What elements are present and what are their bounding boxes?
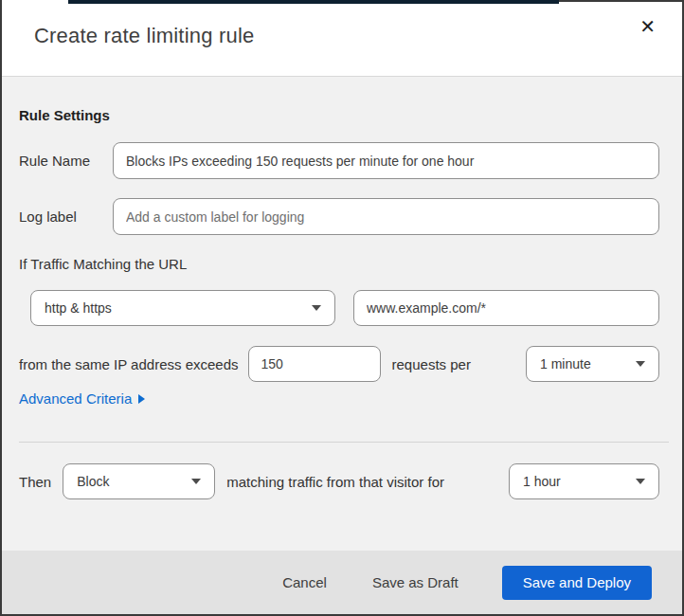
section-divider bbox=[19, 442, 669, 443]
rule-name-label: Rule Name bbox=[19, 153, 113, 169]
create-rate-limiting-rule-modal: Create rate limiting rule ✕ Rule Setting… bbox=[0, 0, 684, 616]
log-label-row: Log label bbox=[19, 198, 659, 235]
action-select-value: Block bbox=[77, 474, 109, 489]
save-as-draft-button[interactable]: Save as Draft bbox=[370, 571, 460, 594]
url-match-row: http & https bbox=[19, 290, 659, 326]
modal-body: Rule Settings Rule Name Log label If Tra… bbox=[2, 77, 682, 551]
match-intro-text: If Traffic Matching the URL bbox=[19, 256, 659, 272]
modal-footer: Cancel Save as Draft Save and Deploy bbox=[2, 551, 682, 614]
url-input[interactable] bbox=[353, 290, 659, 326]
top-border-strip bbox=[68, 0, 559, 4]
action-select[interactable]: Block bbox=[63, 463, 215, 499]
chevron-down-icon bbox=[636, 361, 645, 367]
threshold-prefix-text: from the same IP address exceeds bbox=[19, 356, 239, 372]
close-button[interactable]: ✕ bbox=[632, 11, 663, 42]
rule-name-input[interactable] bbox=[113, 142, 659, 179]
period-select-value: 1 minute bbox=[540, 356, 591, 371]
section-title-rule-settings: Rule Settings bbox=[19, 107, 659, 123]
then-label: Then bbox=[19, 474, 51, 490]
period-select[interactable]: 1 minute bbox=[526, 346, 659, 382]
save-and-deploy-button[interactable]: Save and Deploy bbox=[502, 566, 652, 600]
threshold-suffix-text: requests per bbox=[392, 356, 471, 372]
modal-title: Create rate limiting rule bbox=[34, 24, 254, 48]
log-label-label: Log label bbox=[19, 208, 113, 225]
duration-select-value: 1 hour bbox=[523, 474, 561, 489]
scheme-select[interactable]: http & https bbox=[30, 290, 335, 326]
modal-header: Create rate limiting rule ✕ bbox=[2, 2, 682, 77]
top-border-gap bbox=[2, 0, 68, 2]
triangle-right-icon bbox=[138, 394, 145, 404]
chevron-down-icon bbox=[191, 479, 201, 484]
threshold-input[interactable] bbox=[248, 346, 381, 382]
advanced-criteria-label: Advanced Criteria bbox=[19, 390, 132, 407]
screenshot-stage: Create rate limiting rule ✕ Rule Setting… bbox=[0, 0, 684, 616]
rule-name-row: Rule Name bbox=[19, 142, 659, 179]
action-middle-text: matching traffic from that visitor for bbox=[226, 474, 444, 490]
chevron-down-icon bbox=[636, 479, 645, 484]
duration-select[interactable]: 1 hour bbox=[509, 463, 659, 499]
chevron-down-icon bbox=[312, 305, 321, 311]
action-row: Then Block matching traffic from that vi… bbox=[19, 463, 659, 499]
cancel-button[interactable]: Cancel bbox=[280, 571, 329, 594]
scheme-select-value: http & https bbox=[45, 300, 112, 316]
close-icon: ✕ bbox=[639, 16, 656, 37]
threshold-row: from the same IP address exceeds request… bbox=[19, 346, 659, 382]
advanced-criteria-link[interactable]: Advanced Criteria bbox=[19, 390, 145, 407]
log-label-input[interactable] bbox=[113, 198, 659, 235]
